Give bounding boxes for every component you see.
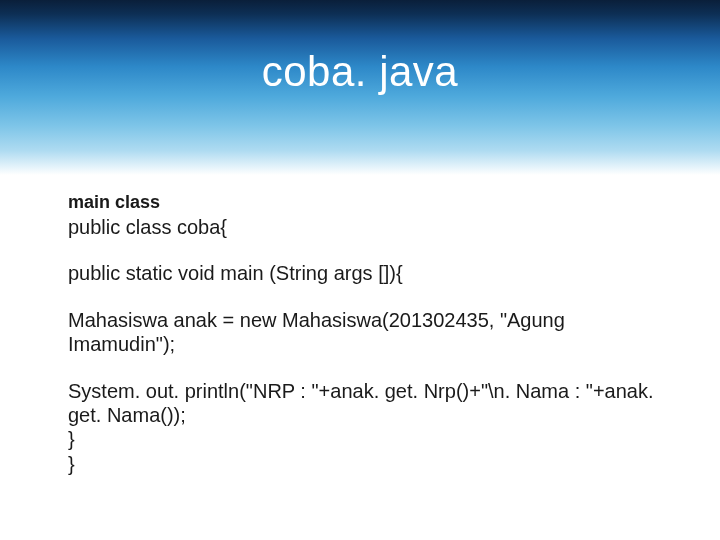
slide-content: main class public class coba{ public sta… (68, 192, 658, 476)
spacer (68, 239, 658, 261)
code-line: public static void main (String args [])… (68, 261, 658, 285)
slide: coba. java main class public class coba{… (0, 0, 720, 540)
code-line: public class coba{ (68, 215, 658, 239)
code-line: System. out. println("NRP : "+anak. get.… (68, 379, 658, 428)
spacer (68, 286, 658, 308)
code-line: Mahasiswa anak = new Mahasiswa(201302435… (68, 308, 658, 357)
code-line: } (68, 427, 658, 451)
slide-title: coba. java (0, 48, 720, 96)
spacer (68, 357, 658, 379)
code-line: } (68, 452, 658, 476)
content-subtitle: main class (68, 192, 658, 213)
